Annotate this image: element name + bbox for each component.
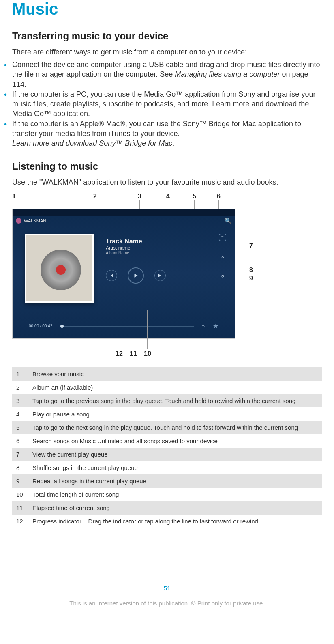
table-row: 1Browse your music bbox=[12, 367, 322, 381]
legend-num: 6 bbox=[12, 434, 28, 448]
table-row: 5Tap to go to the next song in the play … bbox=[12, 421, 322, 434]
table-row: 6Search songs on Music Unlimited and all… bbox=[12, 434, 322, 448]
previous-button[interactable] bbox=[106, 270, 117, 281]
infinity-icon[interactable]: ∞ bbox=[202, 324, 205, 328]
legend-num: 2 bbox=[12, 381, 28, 394]
legend-text: Search songs on Music Unlimited and all … bbox=[28, 434, 322, 448]
walkman-logo-icon bbox=[16, 218, 21, 224]
legend-text: Shuffle songs in the current play queue bbox=[28, 461, 322, 474]
legend-text: Tap to go to the next song in the play q… bbox=[28, 421, 322, 434]
bullet-item: Connect the device and computer using a … bbox=[4, 60, 322, 89]
walkman-app-label: WALKMAN bbox=[24, 218, 46, 223]
table-row: 3Tap to go to the previous song in the p… bbox=[12, 394, 322, 407]
artist-name: Artist name bbox=[106, 245, 210, 251]
search-icon[interactable]: 🔍 bbox=[225, 218, 231, 224]
legend-table: 1Browse your music 2Album art (if availa… bbox=[12, 367, 322, 528]
table-row: 4Play or pause a song bbox=[12, 407, 322, 421]
table-row: 10Total time length of current song bbox=[12, 488, 322, 501]
table-row: 7View the current play queue bbox=[12, 448, 322, 461]
queue-icon[interactable]: ≡ bbox=[219, 234, 226, 241]
repeat-icon[interactable]: ↻ bbox=[219, 273, 226, 280]
section-transferring-heading: Transferring music to your device bbox=[12, 30, 322, 42]
transferring-bullet-list: Connect the device and computer using a … bbox=[4, 60, 322, 149]
next-button[interactable] bbox=[154, 270, 166, 281]
legend-text: Total time length of current song bbox=[28, 488, 322, 501]
callout-7: 7 bbox=[249, 242, 253, 250]
shuffle-icon[interactable]: ⤨ bbox=[219, 253, 226, 261]
bullet-text-b: . bbox=[172, 139, 174, 147]
status-bar bbox=[13, 209, 235, 216]
legend-text: Play or pause a song bbox=[28, 407, 322, 421]
bullet-text: If the computer is an Apple® Mac®, you c… bbox=[12, 120, 301, 138]
table-row: 11Elapsed time of current song bbox=[12, 501, 322, 515]
legend-text: Progress indicator – Drag the indicator … bbox=[28, 515, 322, 528]
favorite-star-icon[interactable]: ★ bbox=[213, 322, 218, 330]
legend-text: View the current play queue bbox=[28, 448, 322, 461]
callout-10: 10 bbox=[144, 350, 151, 358]
legend-num: 12 bbox=[12, 515, 28, 528]
legend-num: 5 bbox=[12, 421, 28, 434]
legend-num: 9 bbox=[12, 474, 28, 488]
table-row: 2Album art (if available) bbox=[12, 381, 322, 394]
legend-num: 8 bbox=[12, 461, 28, 474]
walkman-figure: 1 2 3 4 5 6 WALKMAN 🔍 Track Name Artist … bbox=[12, 193, 251, 359]
page-number: 51 bbox=[12, 585, 322, 592]
callout-4: 4 bbox=[166, 193, 170, 200]
callout-12: 12 bbox=[116, 350, 123, 358]
footer-disclaimer: This is an Internet version of this publ… bbox=[12, 600, 322, 607]
bullet-item: If the computer is an Apple® Mac®, you c… bbox=[4, 119, 322, 149]
callout-2: 2 bbox=[93, 193, 97, 200]
bullet-item: If the computer is a PC, you can use the… bbox=[4, 89, 322, 119]
walkman-header[interactable]: WALKMAN 🔍 bbox=[13, 216, 235, 226]
legend-num: 3 bbox=[12, 394, 28, 407]
disc-icon bbox=[41, 250, 81, 290]
time-display: 00:00 / 00:42 bbox=[29, 324, 52, 328]
table-row: 9Repeat all songs in the current play qu… bbox=[12, 474, 322, 488]
walkman-screenshot: WALKMAN 🔍 Track Name Artist name Album N… bbox=[12, 209, 235, 339]
progress-bar[interactable] bbox=[60, 326, 193, 327]
album-art[interactable] bbox=[25, 234, 94, 303]
legend-num: 10 bbox=[12, 488, 28, 501]
section-listening-intro: Use the "WALKMAN" application to listen … bbox=[12, 178, 322, 187]
bullet-text: If the computer is a PC, you can use the… bbox=[12, 90, 315, 118]
section-transferring-intro: There are different ways to get music fr… bbox=[12, 48, 322, 56]
legend-text: Repeat all songs in the current play que… bbox=[28, 474, 322, 488]
legend-num: 7 bbox=[12, 448, 28, 461]
callout-8: 8 bbox=[249, 267, 253, 274]
callout-9: 9 bbox=[249, 275, 253, 282]
table-row: 12Progress indicator – Drag the indicato… bbox=[12, 515, 322, 528]
track-name: Track Name bbox=[106, 238, 210, 245]
page-title: Music bbox=[12, 0, 322, 18]
legend-text: Album art (if available) bbox=[28, 381, 322, 394]
callout-1: 1 bbox=[12, 193, 16, 200]
callout-3: 3 bbox=[138, 193, 141, 200]
legend-num: 11 bbox=[12, 501, 28, 515]
callout-5: 5 bbox=[193, 193, 196, 200]
legend-text: Tap to go to the previous song in the pl… bbox=[28, 394, 322, 407]
album-name: Album Name bbox=[106, 251, 210, 255]
callout-11: 11 bbox=[130, 350, 137, 358]
legend-num: 4 bbox=[12, 407, 28, 421]
legend-text: Elapsed time of current song bbox=[28, 501, 322, 515]
bullet-italic: Managing files using a computer bbox=[175, 70, 280, 78]
section-listening-heading: Listening to music bbox=[12, 161, 322, 172]
legend-num: 1 bbox=[12, 367, 28, 381]
table-row: 8Shuffle songs in the current play queue bbox=[12, 461, 322, 474]
play-pause-button[interactable] bbox=[128, 267, 144, 284]
bullet-italic: Learn more and download Sony™ Bridge for… bbox=[12, 139, 172, 147]
callout-6: 6 bbox=[217, 193, 221, 200]
legend-text: Browse your music bbox=[28, 367, 322, 381]
